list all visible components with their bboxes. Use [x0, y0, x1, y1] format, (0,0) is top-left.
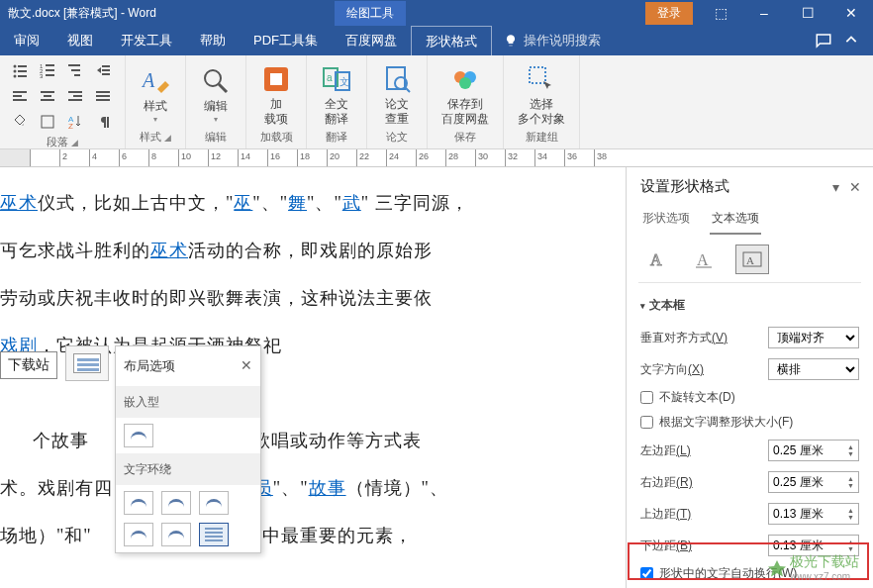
wrap-text-checkbox[interactable] [640, 567, 653, 580]
text-effects-icon[interactable]: A [688, 245, 722, 274]
workspace: 巫术仪式，比如上古中文，"巫"、"舞"、"武" 三字同源， 丏乞求战斗胜利的巫术… [0, 167, 873, 588]
save-baidu-button[interactable]: 保存到 百度网盘 [436, 61, 495, 128]
maximize-button[interactable]: ☐ [786, 0, 829, 26]
doc-paragraph[interactable]: 术。戏剧有四 "演员"、"故事（情境）"、 [0, 470, 606, 506]
collapse-ribbon-icon[interactable] [841, 31, 861, 50]
login-button[interactable]: 登录 [645, 2, 693, 25]
editing-button[interactable]: 编辑 ▾ [194, 63, 238, 126]
align-right-button[interactable] [63, 85, 87, 107]
thesis-icon [381, 63, 413, 95]
valign-select[interactable]: 顶端对齐 [768, 327, 859, 348]
tab-shape-options[interactable]: 形状选项 [640, 206, 692, 235]
text-fill-outline-icon[interactable]: A [640, 245, 674, 274]
pane-close-icon[interactable]: ✕ [849, 179, 861, 195]
svg-rect-11 [46, 74, 54, 76]
doc-paragraph[interactable]: 个故事 活、歌唱或动作等方式表 [0, 423, 606, 458]
borders-button[interactable] [36, 111, 59, 133]
link[interactable]: 巫术 [0, 193, 38, 213]
text-box-shape[interactable]: 下载站 [0, 351, 57, 379]
pane-options-icon[interactable]: ▾ [832, 179, 839, 195]
bottom-margin-label: 下边距(B) [640, 538, 760, 554]
autosize-label: 根据文字调整形状大小(F) [659, 414, 793, 431]
select-multi-button[interactable]: 选择 多个对象 [512, 61, 571, 128]
svg-text:3: 3 [40, 73, 44, 78]
right-margin-input[interactable]: 0.25 厘米▲▼ [768, 471, 859, 493]
doc-paragraph[interactable]: 巫术仪式，比如上古中文，"巫"、"舞"、"武" 三字同源， [0, 185, 606, 221]
align-left-button[interactable] [8, 85, 32, 107]
document-area[interactable]: 巫术仪式，比如上古中文，"巫"、"舞"、"武" 三字同源， 丏乞求战斗胜利的巫术… [0, 167, 626, 588]
link[interactable]: 巫 [234, 193, 252, 213]
svg-rect-23 [41, 99, 54, 101]
no-rotate-checkbox[interactable] [640, 391, 653, 404]
link[interactable]: 舞 [288, 193, 307, 213]
justify-button[interactable] [91, 85, 115, 107]
minimize-button[interactable]: – [742, 0, 786, 26]
doc-paragraph[interactable]: 劳动或庆祝丰收时的即兴歌舞表演，这种说法主要依 [0, 280, 606, 316]
wrap-through-option[interactable] [199, 491, 229, 515]
ribbon: 123 AZ 段落◢ A 样式 ▾ 样式◢ [0, 55, 873, 149]
textbox-icon[interactable]: A [735, 245, 769, 274]
doc-paragraph[interactable]: 丏乞求战斗胜利的巫术活动的合称，即戏剧的原始形 [0, 233, 606, 268]
tab-developer[interactable]: 开发工具 [107, 26, 186, 55]
group-label-translate: 翻译 [315, 130, 358, 147]
styles-label: 样式 [144, 99, 167, 113]
show-marks-button[interactable] [91, 111, 115, 133]
autosize-checkbox[interactable] [640, 416, 653, 429]
bullets-button[interactable] [8, 59, 32, 81]
group-thesis: 论文 查重 论文 [367, 55, 428, 148]
addon-button[interactable]: 加 载项 [254, 61, 298, 128]
top-margin-input[interactable]: 0.13 厘米▲▼ [768, 503, 859, 525]
numbering-button[interactable]: 123 [36, 59, 59, 81]
section-inline: 嵌入型 [116, 386, 260, 418]
tab-help[interactable]: 帮助 [186, 26, 240, 55]
translate-button[interactable]: a文 全文 翻译 [315, 61, 358, 128]
dialog-launcher-icon[interactable]: ◢ [164, 133, 171, 143]
shading-button[interactable] [8, 111, 32, 133]
tab-text-options[interactable]: 文本选项 [710, 206, 761, 235]
wrap-inline-option[interactable] [124, 424, 153, 447]
layout-options-trigger[interactable] [65, 345, 109, 381]
tell-me-label: 操作说明搜索 [524, 32, 601, 49]
styles-button[interactable]: A 样式 ▾ [134, 63, 177, 126]
link[interactable]: 故事 [309, 478, 346, 498]
tab-pdf[interactable]: PDF工具集 [240, 26, 332, 55]
translate-label: 全文 翻译 [325, 97, 348, 126]
sort-button[interactable]: AZ [63, 111, 87, 133]
group-addons: 加 载项 加载项 [246, 55, 307, 148]
thesis-button[interactable]: 论文 查重 [375, 61, 419, 128]
wrap-tight-option[interactable] [161, 491, 191, 515]
find-icon [200, 65, 232, 97]
close-button[interactable]: ✕ [829, 0, 873, 26]
group-save: 保存到 百度网盘 保存 [428, 55, 504, 148]
addon-label: 加 载项 [264, 97, 288, 126]
link[interactable]: 巫术 [150, 241, 188, 260]
link[interactable]: 武 [342, 193, 361, 213]
section-textbox-header[interactable]: ▾文本框 [640, 293, 859, 318]
wrap-topbottom-option[interactable] [124, 523, 153, 546]
translate-icon: a文 [321, 63, 352, 95]
tab-baidu[interactable]: 百度网盘 [332, 26, 411, 55]
ribbon-display-options[interactable]: ⬚ [699, 0, 742, 26]
decrease-indent-button[interactable] [91, 59, 115, 81]
wrap-square-option[interactable] [124, 491, 153, 515]
select-objects-icon [526, 63, 557, 95]
comments-icon[interactable] [814, 31, 833, 50]
svg-rect-46 [530, 67, 545, 83]
tell-me-search[interactable]: 操作说明搜索 [492, 26, 613, 55]
tab-shape-format[interactable]: 形状格式 [411, 26, 492, 55]
wrap-front-option[interactable] [199, 523, 229, 546]
save-label: 保存到 百度网盘 [441, 97, 489, 126]
doc-paragraph[interactable]: 场地）"和" 四者当中最重要的元素， [0, 518, 606, 553]
dialog-launcher-icon[interactable]: ◢ [71, 138, 78, 147]
align-center-button[interactable] [36, 85, 59, 107]
bottom-margin-input[interactable]: 0.13 厘米▲▼ [768, 535, 859, 556]
multilevel-list-button[interactable] [63, 59, 87, 81]
left-margin-input[interactable]: 0.25 厘米▲▼ [768, 440, 859, 461]
styles-icon: A [140, 65, 171, 97]
textdir-select[interactable]: 横排 [768, 358, 859, 380]
tab-view[interactable]: 视图 [53, 26, 107, 55]
tab-review[interactable]: 审阅 [0, 26, 53, 55]
wrap-behind-option[interactable] [161, 523, 191, 546]
horizontal-ruler[interactable]: 2468 1012141618 2022242628 3032343638 [0, 149, 873, 167]
popup-close-button[interactable]: ✕ [241, 352, 252, 380]
